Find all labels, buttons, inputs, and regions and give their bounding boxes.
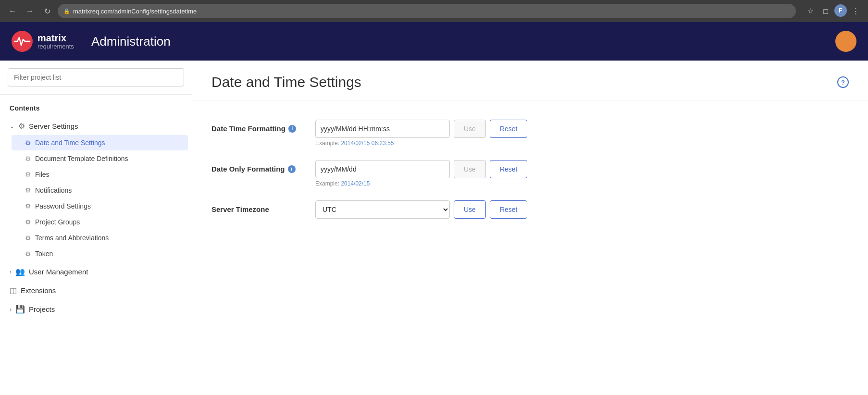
back-button[interactable]: ← xyxy=(6,4,19,18)
help-icon[interactable]: ? xyxy=(837,76,849,88)
datetime-formatting-row: Date Time Formatting i Use Reset Example… xyxy=(211,120,849,147)
contents-label: Contents xyxy=(0,100,192,116)
sidebar-filter-area xyxy=(0,61,192,95)
terms-icon xyxy=(25,234,31,242)
date-only-info-icon[interactable]: i xyxy=(288,165,296,173)
browser-chrome: ← → ↻ 🔒 matrixreq.com/adminConfig/settin… xyxy=(0,0,868,22)
main-content: Date and Time Settings ? Date Time Forma… xyxy=(192,61,868,395)
server-settings-subitems: Date and Time Settings Document Template… xyxy=(0,135,192,261)
server-timezone-label: Server Timezone xyxy=(211,200,308,213)
server-settings-label: Server Settings xyxy=(29,122,78,130)
date-only-example-value: 2014/02/15 xyxy=(341,180,370,187)
datetime-reset-button[interactable]: Reset xyxy=(490,120,528,138)
sidebar-item-date-time[interactable]: Date and Time Settings xyxy=(12,135,188,150)
date-only-format-input[interactable] xyxy=(315,160,450,178)
server-settings-icon: ⚙ xyxy=(18,122,25,131)
sidebar-item-password[interactable]: Password Settings xyxy=(12,198,188,214)
sidebar: Contents ⌄ ⚙ Server Settings Date and Ti… xyxy=(0,61,192,395)
extensions-header[interactable]: ◫ Extensions xyxy=(0,282,192,299)
datetime-example-prefix: Example: xyxy=(315,140,339,147)
address-bar[interactable]: 🔒 matrixreq.com/adminConfig/settingsdate… xyxy=(58,4,796,18)
date-only-label-text: Date Only Formatting xyxy=(211,165,285,173)
date-only-reset-button[interactable]: Reset xyxy=(490,160,528,178)
server-settings-chevron: ⌄ xyxy=(10,123,14,130)
sidebar-item-token[interactable]: Token xyxy=(12,246,188,261)
datetime-use-button[interactable]: Use xyxy=(454,120,486,138)
user-management-chevron: › xyxy=(10,269,12,275)
sidebar-item-files[interactable]: Files xyxy=(12,167,188,182)
menu-button[interactable]: ⋮ xyxy=(849,4,862,18)
datetime-info-icon[interactable]: i xyxy=(288,125,296,133)
logo-sub-text: requirements xyxy=(37,43,74,50)
page-title: Date and Time Settings xyxy=(211,74,361,90)
doc-template-icon xyxy=(25,155,31,162)
date-only-example: Example: 2014/02/15 xyxy=(315,180,527,187)
projects-label: Projects xyxy=(29,305,55,313)
logo-main-text: matrix xyxy=(37,33,74,43)
browser-actions: ☆ ◻ F ⋮ xyxy=(804,4,862,18)
project-groups-icon xyxy=(25,218,31,226)
terms-label: Terms and Abbreviations xyxy=(35,234,109,242)
datetime-example-value: 2014/02/15 06:23:55 xyxy=(341,140,394,147)
timezone-use-button[interactable]: Use xyxy=(454,200,486,219)
doc-template-label: Document Template Definitions xyxy=(35,155,128,162)
date-only-use-button[interactable]: Use xyxy=(454,160,486,178)
project-groups-label: Project Groups xyxy=(35,218,80,226)
sidebar-item-terms[interactable]: Terms and Abbreviations xyxy=(12,230,188,246)
nav-group-projects: › 💾 Projects xyxy=(0,301,192,318)
datetime-label-text: Date Time Formatting xyxy=(211,124,285,133)
projects-icon: 💾 xyxy=(15,305,25,314)
files-icon xyxy=(25,171,31,178)
filter-input[interactable] xyxy=(8,68,184,86)
app-body: Contents ⌄ ⚙ Server Settings Date and Ti… xyxy=(0,61,868,395)
date-only-formatting-row: Date Only Formatting i Use Reset Example… xyxy=(211,160,849,187)
files-label: Files xyxy=(35,171,50,178)
settings-form: Date Time Formatting i Use Reset Example… xyxy=(192,100,868,251)
page-header: Date and Time Settings ? xyxy=(192,61,868,100)
token-label: Token xyxy=(35,250,53,258)
nav-group-user-management: › 👥 User Management xyxy=(0,263,192,280)
server-timezone-input-row: UTC America/New_York America/Chicago Ame… xyxy=(315,200,527,219)
notifications-icon xyxy=(25,186,31,194)
date-only-input-row: Use Reset xyxy=(315,160,527,178)
browser-user-avatar[interactable]: F xyxy=(834,4,847,17)
logo-area: matrix requirements xyxy=(12,31,74,52)
logo-icon xyxy=(12,31,33,52)
extensions-group-icon: ◫ xyxy=(10,286,17,295)
datetime-input-row: Use Reset xyxy=(315,120,527,138)
projects-header[interactable]: › 💾 Projects xyxy=(0,301,192,318)
forward-button[interactable]: → xyxy=(23,4,37,18)
server-timezone-row: Server Timezone UTC America/New_York Ame… xyxy=(211,200,849,219)
security-icon: 🔒 xyxy=(63,8,70,14)
date-only-example-prefix: Example: xyxy=(315,180,339,187)
app-header: matrix requirements Administration xyxy=(0,22,868,61)
user-management-label: User Management xyxy=(29,268,88,276)
date-only-formatting-controls: Use Reset Example: 2014/02/15 xyxy=(315,160,527,187)
sidebar-item-project-groups[interactable]: Project Groups xyxy=(12,214,188,230)
server-timezone-label-text: Server Timezone xyxy=(211,205,269,213)
token-icon xyxy=(25,250,31,258)
user-management-header[interactable]: › 👥 User Management xyxy=(0,263,192,280)
logo-text: matrix requirements xyxy=(37,33,74,50)
sidebar-item-doc-template[interactable]: Document Template Definitions xyxy=(12,151,188,166)
notifications-label: Notifications xyxy=(35,186,72,194)
password-label: Password Settings xyxy=(35,202,91,210)
datetime-format-input[interactable] xyxy=(315,120,450,138)
nav-group-server-settings: ⌄ ⚙ Server Settings Date and Time Settin… xyxy=(0,118,192,261)
datetime-formatting-label: Date Time Formatting i xyxy=(211,120,308,133)
sidebar-item-notifications[interactable]: Notifications xyxy=(12,183,188,198)
bookmark-button[interactable]: ☆ xyxy=(804,4,817,18)
reload-button[interactable]: ↻ xyxy=(40,4,54,18)
datetime-example: Example: 2014/02/15 06:23:55 xyxy=(315,140,527,147)
date-time-label: Date and Time Settings xyxy=(35,139,105,147)
datetime-formatting-controls: Use Reset Example: 2014/02/15 06:23:55 xyxy=(315,120,527,147)
user-management-icon: 👥 xyxy=(15,267,25,276)
user-avatar[interactable] xyxy=(835,31,856,52)
server-settings-header[interactable]: ⌄ ⚙ Server Settings xyxy=(0,118,192,135)
extensions-label: Extensions xyxy=(21,286,56,295)
server-timezone-controls: UTC America/New_York America/Chicago Ame… xyxy=(315,200,527,219)
timezone-reset-button[interactable]: Reset xyxy=(490,200,528,219)
extensions-button[interactable]: ◻ xyxy=(819,4,832,18)
server-timezone-select[interactable]: UTC America/New_York America/Chicago Ame… xyxy=(315,200,450,219)
date-only-formatting-label: Date Only Formatting i xyxy=(211,160,308,173)
